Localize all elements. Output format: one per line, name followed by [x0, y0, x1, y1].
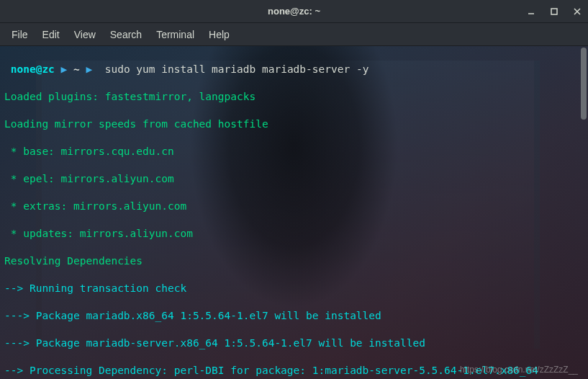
prompt-arrow2-icon: ▶ — [86, 63, 93, 75]
menu-edit[interactable]: Edit — [35, 26, 67, 43]
maximize-icon — [551, 8, 558, 15]
output-line: Loading mirror speeds from cached hostfi… — [4, 117, 584, 131]
window-controls — [525, 5, 584, 18]
scrollbar-thumb[interactable] — [581, 48, 587, 120]
menubar: File Edit View Search Terminal Help — [0, 23, 588, 46]
minimize-icon — [528, 8, 535, 15]
maximize-button[interactable] — [548, 5, 561, 18]
menu-view[interactable]: View — [67, 26, 103, 43]
close-icon — [574, 8, 581, 15]
menu-help[interactable]: Help — [202, 26, 237, 43]
output-line: Resolving Dependencies — [4, 254, 584, 268]
close-button[interactable] — [571, 5, 584, 18]
output-line: * epel: mirrors.aliyun.com — [4, 172, 584, 186]
prompt-user: none@zc — [11, 63, 55, 75]
output-line: --> Running transaction check — [4, 282, 584, 295]
output-line: * updates: mirrors.aliyun.com — [4, 227, 584, 241]
menu-file[interactable]: File — [4, 26, 35, 43]
output-line: * base: mirrors.cqu.edu.cn — [4, 145, 584, 159]
terminal-viewport[interactable]: none@zc ▶ ~ ▶ sudo yum install mariadb m… — [0, 46, 588, 379]
command-text: sudo yum install mariadb mariadb-server … — [105, 63, 369, 75]
svg-rect-0 — [551, 9, 557, 14]
minimize-button[interactable] — [525, 5, 538, 18]
menu-terminal[interactable]: Terminal — [149, 26, 202, 43]
titlebar: none@zc: ~ — [0, 0, 588, 23]
output-line: ---> Package mariadb-server.x86_64 1:5.5… — [4, 336, 584, 350]
watermark: https://blog.csdn.net/zZzZzZ__ — [460, 365, 578, 375]
prompt-arrow-icon: ▶ — [61, 63, 68, 75]
window-title: none@zc: ~ — [268, 6, 320, 17]
terminal-output: none@zc ▶ ~ ▶ sudo yum install mariadb m… — [0, 46, 588, 379]
output-line: Loaded plugins: fastestmirror, langpacks — [4, 90, 584, 104]
prompt-line: none@zc ▶ ~ ▶ sudo yum install mariadb m… — [4, 63, 584, 76]
output-line: * extras: mirrors.aliyun.com — [4, 200, 584, 213]
prompt-cwd: ~ — [73, 63, 80, 75]
menu-search[interactable]: Search — [103, 26, 149, 43]
output-line: ---> Package mariadb.x86_64 1:5.5.64-1.e… — [4, 309, 584, 323]
